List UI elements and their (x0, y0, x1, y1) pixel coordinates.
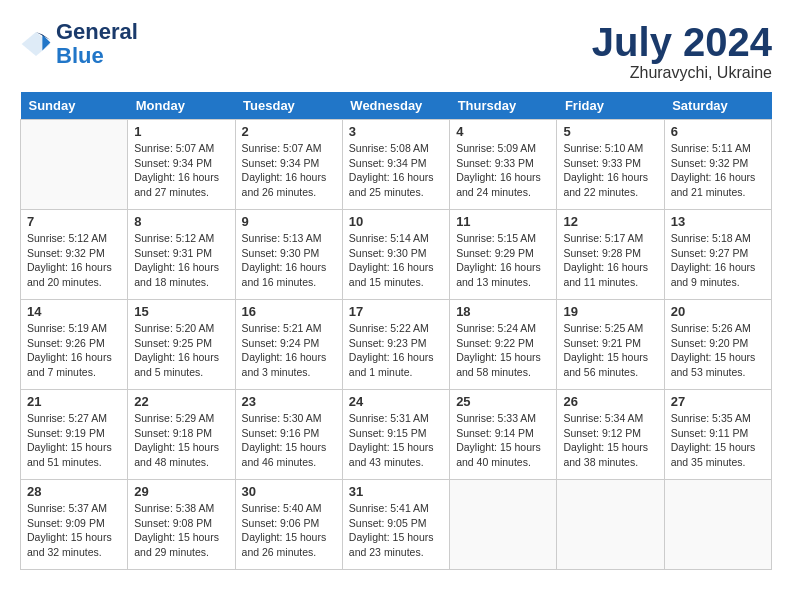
header-row: SundayMondayTuesdayWednesdayThursdayFrid… (21, 92, 772, 120)
day-number: 21 (27, 394, 121, 409)
day-cell: 8Sunrise: 5:12 AM Sunset: 9:31 PM Daylig… (128, 210, 235, 300)
header-friday: Friday (557, 92, 664, 120)
week-row-5: 28Sunrise: 5:37 AM Sunset: 9:09 PM Dayli… (21, 480, 772, 570)
day-info: Sunrise: 5:17 AM Sunset: 9:28 PM Dayligh… (563, 231, 657, 290)
day-info: Sunrise: 5:31 AM Sunset: 9:15 PM Dayligh… (349, 411, 443, 470)
day-number: 20 (671, 304, 765, 319)
svg-marker-2 (42, 35, 50, 51)
day-cell: 9Sunrise: 5:13 AM Sunset: 9:30 PM Daylig… (235, 210, 342, 300)
day-number: 13 (671, 214, 765, 229)
day-cell: 27Sunrise: 5:35 AM Sunset: 9:11 PM Dayli… (664, 390, 771, 480)
day-number: 12 (563, 214, 657, 229)
day-number: 23 (242, 394, 336, 409)
day-cell (664, 480, 771, 570)
day-info: Sunrise: 5:14 AM Sunset: 9:30 PM Dayligh… (349, 231, 443, 290)
day-info: Sunrise: 5:35 AM Sunset: 9:11 PM Dayligh… (671, 411, 765, 470)
day-number: 8 (134, 214, 228, 229)
day-cell: 15Sunrise: 5:20 AM Sunset: 9:25 PM Dayli… (128, 300, 235, 390)
day-info: Sunrise: 5:25 AM Sunset: 9:21 PM Dayligh… (563, 321, 657, 380)
day-info: Sunrise: 5:21 AM Sunset: 9:24 PM Dayligh… (242, 321, 336, 380)
day-number: 17 (349, 304, 443, 319)
day-number: 28 (27, 484, 121, 499)
day-cell: 25Sunrise: 5:33 AM Sunset: 9:14 PM Dayli… (450, 390, 557, 480)
day-number: 24 (349, 394, 443, 409)
day-info: Sunrise: 5:27 AM Sunset: 9:19 PM Dayligh… (27, 411, 121, 470)
calendar-header: SundayMondayTuesdayWednesdayThursdayFrid… (21, 92, 772, 120)
day-cell: 4Sunrise: 5:09 AM Sunset: 9:33 PM Daylig… (450, 120, 557, 210)
day-info: Sunrise: 5:40 AM Sunset: 9:06 PM Dayligh… (242, 501, 336, 560)
header-saturday: Saturday (664, 92, 771, 120)
header-tuesday: Tuesday (235, 92, 342, 120)
day-cell: 11Sunrise: 5:15 AM Sunset: 9:29 PM Dayli… (450, 210, 557, 300)
day-number: 2 (242, 124, 336, 139)
day-info: Sunrise: 5:29 AM Sunset: 9:18 PM Dayligh… (134, 411, 228, 470)
day-number: 25 (456, 394, 550, 409)
header-sunday: Sunday (21, 92, 128, 120)
week-row-1: 1Sunrise: 5:07 AM Sunset: 9:34 PM Daylig… (21, 120, 772, 210)
day-number: 18 (456, 304, 550, 319)
day-number: 22 (134, 394, 228, 409)
location: Zhuravychi, Ukraine (592, 64, 772, 82)
month-title: July 2024 (592, 20, 772, 64)
day-info: Sunrise: 5:15 AM Sunset: 9:29 PM Dayligh… (456, 231, 550, 290)
day-number: 26 (563, 394, 657, 409)
day-cell: 31Sunrise: 5:41 AM Sunset: 9:05 PM Dayli… (342, 480, 449, 570)
day-number: 4 (456, 124, 550, 139)
week-row-3: 14Sunrise: 5:19 AM Sunset: 9:26 PM Dayli… (21, 300, 772, 390)
page-header: General Blue July 2024 Zhuravychi, Ukrai… (20, 20, 772, 82)
day-cell (450, 480, 557, 570)
day-cell: 24Sunrise: 5:31 AM Sunset: 9:15 PM Dayli… (342, 390, 449, 480)
day-info: Sunrise: 5:09 AM Sunset: 9:33 PM Dayligh… (456, 141, 550, 200)
day-cell: 7Sunrise: 5:12 AM Sunset: 9:32 PM Daylig… (21, 210, 128, 300)
day-cell: 30Sunrise: 5:40 AM Sunset: 9:06 PM Dayli… (235, 480, 342, 570)
day-number: 10 (349, 214, 443, 229)
header-thursday: Thursday (450, 92, 557, 120)
day-cell: 16Sunrise: 5:21 AM Sunset: 9:24 PM Dayli… (235, 300, 342, 390)
day-number: 27 (671, 394, 765, 409)
day-cell: 29Sunrise: 5:38 AM Sunset: 9:08 PM Dayli… (128, 480, 235, 570)
day-cell: 3Sunrise: 5:08 AM Sunset: 9:34 PM Daylig… (342, 120, 449, 210)
day-info: Sunrise: 5:33 AM Sunset: 9:14 PM Dayligh… (456, 411, 550, 470)
day-cell: 26Sunrise: 5:34 AM Sunset: 9:12 PM Dayli… (557, 390, 664, 480)
logo-line1: General (56, 20, 138, 44)
day-number: 3 (349, 124, 443, 139)
day-cell (21, 120, 128, 210)
calendar-table: SundayMondayTuesdayWednesdayThursdayFrid… (20, 92, 772, 570)
day-cell: 10Sunrise: 5:14 AM Sunset: 9:30 PM Dayli… (342, 210, 449, 300)
day-cell: 28Sunrise: 5:37 AM Sunset: 9:09 PM Dayli… (21, 480, 128, 570)
day-cell: 21Sunrise: 5:27 AM Sunset: 9:19 PM Dayli… (21, 390, 128, 480)
day-cell: 5Sunrise: 5:10 AM Sunset: 9:33 PM Daylig… (557, 120, 664, 210)
day-number: 5 (563, 124, 657, 139)
day-cell: 18Sunrise: 5:24 AM Sunset: 9:22 PM Dayli… (450, 300, 557, 390)
day-info: Sunrise: 5:12 AM Sunset: 9:31 PM Dayligh… (134, 231, 228, 290)
day-number: 1 (134, 124, 228, 139)
day-info: Sunrise: 5:07 AM Sunset: 9:34 PM Dayligh… (242, 141, 336, 200)
day-info: Sunrise: 5:18 AM Sunset: 9:27 PM Dayligh… (671, 231, 765, 290)
day-info: Sunrise: 5:24 AM Sunset: 9:22 PM Dayligh… (456, 321, 550, 380)
day-info: Sunrise: 5:34 AM Sunset: 9:12 PM Dayligh… (563, 411, 657, 470)
day-cell: 17Sunrise: 5:22 AM Sunset: 9:23 PM Dayli… (342, 300, 449, 390)
logo-line2: Blue (56, 43, 104, 68)
header-monday: Monday (128, 92, 235, 120)
day-info: Sunrise: 5:20 AM Sunset: 9:25 PM Dayligh… (134, 321, 228, 380)
day-cell: 1Sunrise: 5:07 AM Sunset: 9:34 PM Daylig… (128, 120, 235, 210)
day-number: 31 (349, 484, 443, 499)
day-number: 29 (134, 484, 228, 499)
day-number: 7 (27, 214, 121, 229)
day-info: Sunrise: 5:30 AM Sunset: 9:16 PM Dayligh… (242, 411, 336, 470)
day-info: Sunrise: 5:13 AM Sunset: 9:30 PM Dayligh… (242, 231, 336, 290)
day-number: 9 (242, 214, 336, 229)
day-number: 30 (242, 484, 336, 499)
day-info: Sunrise: 5:10 AM Sunset: 9:33 PM Dayligh… (563, 141, 657, 200)
day-info: Sunrise: 5:38 AM Sunset: 9:08 PM Dayligh… (134, 501, 228, 560)
day-cell: 2Sunrise: 5:07 AM Sunset: 9:34 PM Daylig… (235, 120, 342, 210)
day-number: 11 (456, 214, 550, 229)
day-cell: 13Sunrise: 5:18 AM Sunset: 9:27 PM Dayli… (664, 210, 771, 300)
day-info: Sunrise: 5:12 AM Sunset: 9:32 PM Dayligh… (27, 231, 121, 290)
day-number: 16 (242, 304, 336, 319)
day-number: 14 (27, 304, 121, 319)
logo: General Blue (20, 20, 138, 68)
day-info: Sunrise: 5:08 AM Sunset: 9:34 PM Dayligh… (349, 141, 443, 200)
week-row-4: 21Sunrise: 5:27 AM Sunset: 9:19 PM Dayli… (21, 390, 772, 480)
day-cell: 12Sunrise: 5:17 AM Sunset: 9:28 PM Dayli… (557, 210, 664, 300)
